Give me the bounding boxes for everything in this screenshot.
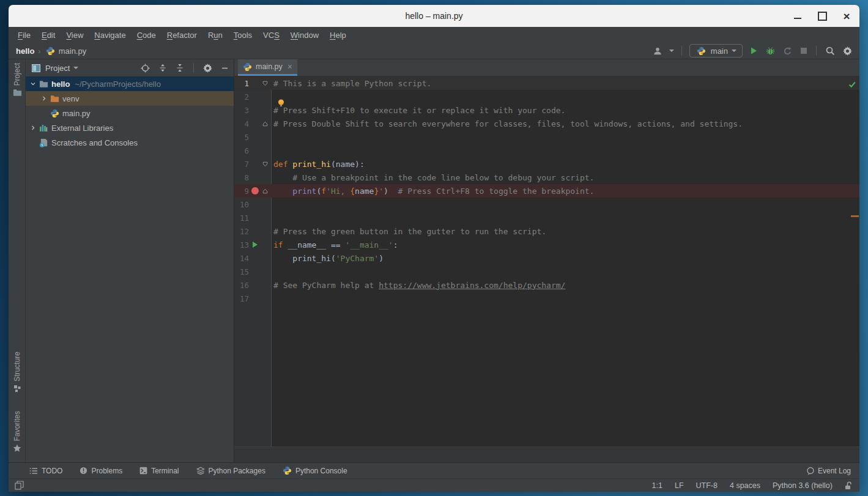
- tree-item-hello[interactable]: hello~/PycharmProjects/hello: [26, 76, 234, 91]
- user-account-button[interactable]: [651, 45, 664, 57]
- code-line-15[interactable]: 15: [234, 265, 859, 278]
- tool-window-toggle-icon[interactable]: [13, 479, 25, 491]
- code-line-16[interactable]: 16# See PyCharm help at https://www.jetb…: [234, 278, 859, 292]
- menu-file[interactable]: File: [12, 29, 36, 42]
- project-panel-title[interactable]: Project: [45, 64, 70, 73]
- maximize-button[interactable]: [814, 8, 830, 24]
- code-line-9[interactable]: 9 print(f'Hi, {name}') # Press Ctrl+F8 t…: [234, 184, 859, 198]
- menu-code[interactable]: Code: [132, 29, 161, 42]
- breakpoint-icon[interactable]: [249, 187, 261, 194]
- fold-up-icon[interactable]: [261, 121, 269, 127]
- code-line-1[interactable]: 1# This is a sample Python script.: [234, 76, 859, 90]
- breadcrumb-file[interactable]: main.py: [59, 46, 87, 56]
- menu-navigate[interactable]: Navigate: [89, 29, 131, 42]
- tree-item-scratches-and-consoles[interactable]: Scratches and Consoles: [26, 135, 234, 150]
- menu-window[interactable]: Window: [285, 29, 324, 42]
- caret-position-widget[interactable]: 1:1: [652, 481, 662, 490]
- menu-help[interactable]: Help: [324, 29, 352, 42]
- gutter-line-7[interactable]: 7: [234, 157, 271, 171]
- tool-window-terminal-button[interactable]: Terminal: [139, 467, 179, 475]
- collapse-all-button[interactable]: [174, 62, 185, 73]
- code-line-11[interactable]: 11: [234, 211, 859, 224]
- coverage-button[interactable]: [782, 45, 793, 57]
- fold-up-icon[interactable]: [261, 188, 269, 194]
- close-button[interactable]: ×: [839, 8, 855, 24]
- settings-button[interactable]: [842, 45, 853, 57]
- run-configuration-select[interactable]: main: [689, 44, 743, 57]
- run-button[interactable]: [748, 45, 759, 56]
- menu-edit[interactable]: Edit: [36, 29, 61, 42]
- tool-window-todo-button[interactable]: TODO: [29, 467, 62, 475]
- interpreter-widget[interactable]: Python 3.6 (hello): [773, 481, 833, 490]
- tool-window-project-button[interactable]: Project: [9, 63, 26, 97]
- code-line-13[interactable]: 13if __name__ == '__main__':: [234, 238, 859, 251]
- gutter-line-5[interactable]: 5: [234, 130, 271, 144]
- gutter-line-13[interactable]: 13: [234, 238, 271, 251]
- gutter-line-14[interactable]: 14: [234, 251, 271, 265]
- gutter-line-1[interactable]: 1: [234, 76, 271, 90]
- inspections-ok-icon[interactable]: [848, 80, 856, 89]
- run-gutter-icon[interactable]: [249, 242, 261, 248]
- write-access-lock-icon[interactable]: [845, 481, 852, 490]
- code-line-10[interactable]: 10: [234, 198, 859, 211]
- chevron-down-icon[interactable]: [73, 67, 78, 69]
- tool-window-python-console-button[interactable]: Python Console: [283, 466, 347, 475]
- menu-tools[interactable]: Tools: [228, 29, 258, 42]
- menu-view[interactable]: View: [61, 29, 89, 42]
- gutter-line-4[interactable]: 4: [234, 117, 271, 130]
- tool-window-favorites-button[interactable]: Favorites: [9, 411, 26, 453]
- line-separator-widget[interactable]: LF: [675, 481, 684, 490]
- tree-item-main-py[interactable]: main.py: [26, 106, 234, 120]
- chevron-right-icon[interactable]: [39, 95, 49, 102]
- event-log-button[interactable]: Event Log: [806, 467, 851, 475]
- gutter-line-9[interactable]: 9: [234, 184, 271, 198]
- code-line-12[interactable]: 12# Press the green button in the gutter…: [234, 224, 859, 238]
- chevron-down-icon[interactable]: [28, 81, 38, 87]
- code-line-4[interactable]: 4# Press Double Shift to search everywhe…: [234, 117, 859, 130]
- stop-button[interactable]: [799, 46, 809, 56]
- title-bar[interactable]: hello – main.py ×: [9, 5, 859, 27]
- indent-widget[interactable]: 4 spaces: [730, 481, 760, 490]
- hide-panel-button[interactable]: [220, 63, 230, 73]
- gutter-line-15[interactable]: 15: [234, 265, 271, 278]
- gutter-line-16[interactable]: 16: [234, 278, 271, 292]
- gutter-line-6[interactable]: 6: [234, 144, 271, 157]
- code-line-6[interactable]: 6: [234, 144, 859, 157]
- minimize-button[interactable]: [790, 8, 806, 24]
- debug-button[interactable]: [765, 45, 776, 57]
- chevron-right-icon[interactable]: [28, 125, 38, 131]
- code-line-3[interactable]: 3# Press Shift+F10 to execute it or repl…: [234, 103, 859, 117]
- gutter-line-17[interactable]: 17: [234, 292, 271, 305]
- menu-refactor[interactable]: Refactor: [161, 29, 202, 42]
- tree-item-venv[interactable]: venv: [26, 91, 234, 106]
- panel-settings-button[interactable]: [202, 62, 213, 74]
- code-line-17[interactable]: 17: [234, 292, 859, 305]
- code-line-5[interactable]: 5: [234, 130, 859, 144]
- gutter-line-11[interactable]: 11: [234, 211, 271, 224]
- menu-run[interactable]: Run: [202, 29, 228, 42]
- code-line-8[interactable]: 8 # Use a breakpoint in the code line be…: [234, 171, 859, 184]
- tool-window-problems-button[interactable]: Problems: [80, 467, 122, 475]
- gutter-line-8[interactable]: 8: [234, 171, 271, 184]
- tool-window-python-packages-button[interactable]: Python Packages: [196, 467, 265, 475]
- tool-window-structure-button[interactable]: Structure: [9, 352, 26, 393]
- menu-vcs[interactable]: VCS: [258, 29, 285, 42]
- code-line-2[interactable]: 2: [234, 90, 859, 103]
- encoding-widget[interactable]: UTF-8: [696, 481, 718, 490]
- locate-file-button[interactable]: [139, 62, 151, 74]
- code-line-7[interactable]: 7def print_hi(name):: [234, 157, 859, 171]
- code-line-14[interactable]: 14 print_hi('PyCharm'): [234, 251, 859, 265]
- gutter-line-10[interactable]: 10: [234, 198, 271, 211]
- expand-all-button[interactable]: [157, 62, 168, 73]
- search-everywhere-button[interactable]: [824, 45, 836, 57]
- close-tab-icon[interactable]: ×: [287, 62, 292, 71]
- editor-tab-main-py[interactable]: main.py ×: [238, 59, 297, 76]
- tree-item-external-libraries[interactable]: External Libraries: [26, 120, 234, 135]
- fold-down-icon[interactable]: [261, 161, 269, 167]
- gutter-line-2[interactable]: 2: [234, 90, 271, 103]
- fold-down-icon[interactable]: [261, 81, 269, 86]
- error-stripe-mark[interactable]: [851, 215, 859, 217]
- gutter-line-12[interactable]: 12: [234, 224, 271, 238]
- breadcrumb-project[interactable]: hello: [16, 46, 34, 56]
- code-editor[interactable]: 1# This is a sample Python script.23# Pr…: [234, 76, 859, 446]
